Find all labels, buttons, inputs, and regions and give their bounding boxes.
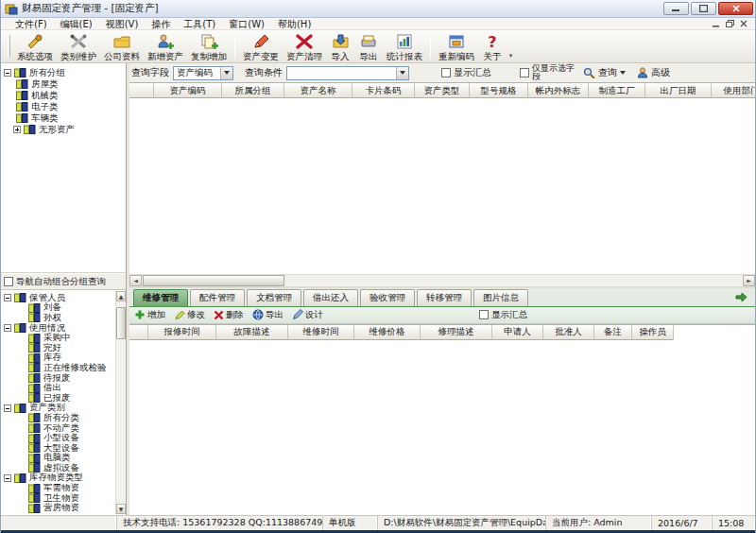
tree-item-house[interactable]: 房屋类: [4, 78, 126, 90]
delete-button[interactable]: 删除: [212, 308, 249, 322]
scrollbar-thumb[interactable]: [143, 275, 284, 286]
import-button[interactable]: 导入: [326, 31, 354, 61]
column-header[interactable]: 申请人: [492, 325, 543, 340]
tree-item-intangible[interactable]: 无形资产: [4, 124, 126, 135]
tree-item-machinery[interactable]: 机械类: [4, 90, 126, 101]
tab-lend-return[interactable]: 借出还入: [303, 289, 358, 306]
tree-item-electronics[interactable]: 电子类: [4, 101, 126, 112]
tab-parts[interactable]: 配件管理: [190, 289, 245, 306]
scrollbar-thumb[interactable]: [116, 307, 126, 339]
tab-acceptance[interactable]: 验收管理: [360, 289, 415, 306]
query-field-combo[interactable]: 资产编码: [173, 66, 233, 80]
expand-icon[interactable]: [13, 126, 21, 133]
recode-button[interactable]: 重新编码: [435, 31, 478, 61]
edit-button[interactable]: 修改: [172, 308, 210, 322]
menu-edit[interactable]: 编辑(E): [54, 18, 99, 30]
menu-file[interactable]: 文件(F): [9, 18, 54, 30]
search-button[interactable]: 查询: [579, 65, 629, 80]
column-header[interactable]: 批准人: [543, 325, 594, 340]
collapse-icon[interactable]: [4, 294, 11, 301]
column-header[interactable]: 卡片条码: [352, 83, 415, 98]
export-button[interactable]: 导出: [354, 31, 383, 61]
refresh-arrows-icon[interactable]: [734, 292, 751, 303]
column-header[interactable]: 资产名称: [284, 83, 352, 98]
column-header[interactable]: 资产类型: [415, 83, 470, 98]
category-maintain-button[interactable]: 类别维护: [57, 31, 100, 61]
tree-item-all-groups[interactable]: 所有分组: [4, 67, 126, 78]
column-header[interactable]: 备注: [594, 325, 632, 340]
tab-transfer[interactable]: 转移管理: [417, 289, 472, 306]
sub-show-summary-check[interactable]: 显示汇总: [479, 309, 527, 321]
add-button[interactable]: 增加: [132, 308, 170, 322]
add-asset-button[interactable]: 新增资产: [144, 31, 187, 61]
maximize-button[interactable]: [691, 2, 716, 15]
design-button[interactable]: 设计: [290, 308, 328, 322]
tree-item[interactable]: 营房物资: [4, 503, 126, 513]
export-rows-button[interactable]: 导出: [250, 308, 288, 322]
toolbar-overflow-icon[interactable]: ▾: [507, 31, 515, 61]
column-header[interactable]: 维修时间: [288, 325, 354, 340]
column-header[interactable]: 制造工厂: [589, 83, 645, 98]
mdi-restore-icon[interactable]: [726, 20, 734, 27]
column-header[interactable]: 资产编码: [154, 83, 222, 98]
tree-item[interactable]: 待报废: [4, 373, 126, 384]
scroll-left-icon[interactable]: ◄: [129, 275, 142, 286]
asset-grid-hscrollbar[interactable]: ◄ ►: [129, 274, 755, 286]
tree-item[interactable]: 刘备: [4, 303, 126, 314]
column-header[interactable]: 故障描述: [216, 325, 288, 340]
tree-item[interactable]: 完好: [4, 343, 126, 353]
chevron-down-icon[interactable]: [396, 67, 408, 79]
menu-window[interactable]: 窗口(W): [222, 18, 271, 30]
tree-item[interactable]: 采购中: [4, 333, 126, 343]
mdi-minimize-icon[interactable]: [713, 21, 720, 27]
asset-clean-button[interactable]: 资产清理: [283, 31, 326, 61]
column-header[interactable]: 修理描述: [421, 325, 492, 340]
collapse-icon[interactable]: [4, 474, 11, 482]
scroll-right-icon[interactable]: ►: [743, 275, 755, 286]
menu-tools[interactable]: 工具(T): [177, 18, 222, 30]
tab-documents[interactable]: 文档管理: [247, 289, 301, 306]
show-summary-checkbox[interactable]: [441, 68, 451, 77]
show-summary-check[interactable]: 显示汇总: [441, 66, 491, 79]
repair-grid-body[interactable]: [129, 340, 755, 516]
menu-operate[interactable]: 操作: [145, 18, 177, 30]
scroll-up-icon[interactable]: ▲: [116, 291, 126, 301]
about-button[interactable]: ? 关于: [478, 31, 507, 61]
column-header[interactable]: 型号规格: [470, 83, 528, 98]
close-button[interactable]: [718, 2, 753, 15]
menu-help[interactable]: 帮助(H): [271, 18, 318, 30]
asset-change-button[interactable]: 资产变更: [239, 31, 283, 61]
collapse-icon[interactable]: [4, 69, 11, 77]
nav-auto-group-checkbox[interactable]: [4, 277, 13, 286]
advanced-button[interactable]: 高级: [633, 65, 674, 80]
copy-add-button[interactable]: 复制增加: [187, 31, 231, 61]
menu-view[interactable]: 视图(V): [99, 18, 146, 30]
column-header[interactable]: 出厂日期: [645, 83, 712, 98]
asset-grid-body[interactable]: [129, 98, 755, 274]
collapse-icon[interactable]: [4, 324, 11, 332]
minimize-button[interactable]: [663, 2, 689, 15]
column-header[interactable]: 使用部门: [712, 83, 755, 98]
column-header[interactable]: 操作员: [632, 325, 674, 340]
nav-tree-scrollbar[interactable]: ▲ ▼: [115, 291, 126, 514]
tab-repair[interactable]: 维修管理: [133, 289, 188, 306]
system-options-button[interactable]: 系统选项: [13, 31, 57, 61]
search-dropdown-icon[interactable]: [620, 71, 626, 75]
column-header[interactable]: 所属分组: [222, 83, 284, 98]
only-selected-checkbox[interactable]: [520, 68, 529, 77]
mdi-close-icon[interactable]: [740, 20, 747, 27]
tree-item-vehicles[interactable]: 车辆类: [4, 112, 126, 124]
tree-section-keepers[interactable]: 保管人员: [4, 293, 126, 303]
collapse-icon[interactable]: [4, 404, 11, 412]
company-info-button[interactable]: 公司资料: [100, 31, 144, 61]
stats-report-button[interactable]: 统计报表: [383, 31, 426, 61]
tab-picture[interactable]: 图片信息: [473, 289, 528, 306]
scroll-down-icon[interactable]: ▼: [116, 504, 126, 514]
sub-show-summary-checkbox[interactable]: [479, 310, 489, 319]
column-header[interactable]: 维修价格: [354, 325, 421, 340]
column-header[interactable]: 帐内外标志: [528, 83, 589, 98]
column-header[interactable]: 报修时间: [148, 325, 216, 340]
query-condition-combo[interactable]: [286, 66, 409, 80]
only-selected-check[interactable]: 仅显示选字段: [520, 64, 576, 81]
chevron-down-icon[interactable]: [220, 67, 232, 79]
